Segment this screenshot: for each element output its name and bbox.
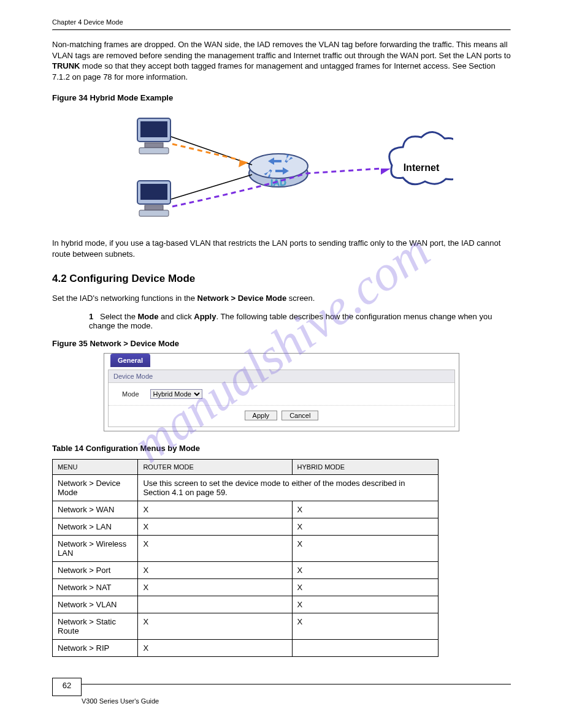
cell-hybrid: X xyxy=(292,501,438,518)
cell-hybrid: X xyxy=(292,518,438,535)
cell-router: X xyxy=(138,501,292,518)
section-intro: Set the IAD's networking functions in th… xyxy=(52,293,511,304)
tab-row: General xyxy=(104,354,459,370)
th-hybrid: HYBRID MODE xyxy=(292,459,438,474)
cell-menu: Network > Wireless LAN xyxy=(53,535,138,561)
section-intro-bold: Network > Device Mode xyxy=(197,294,287,303)
svg-rect-2 xyxy=(145,143,163,148)
chapter-header: Chapter 4 Device Mode xyxy=(52,18,511,26)
cancel-button[interactable]: Cancel xyxy=(282,411,318,420)
cell-menu: Network > Port xyxy=(53,561,138,578)
cell-router: X xyxy=(138,613,292,639)
table-row: Network > VLAN X xyxy=(53,596,439,613)
cell-menu: Network > LAN xyxy=(53,518,138,535)
table-row: Network > Device Mode Use this screen to… xyxy=(53,474,439,501)
cell-menu: Network > VLAN xyxy=(53,596,138,613)
table-row: Network > WAN X X xyxy=(53,501,439,518)
step-1-text-b: and click xyxy=(158,312,194,321)
figure-34-diagram: IAD Internet xyxy=(110,107,453,230)
table-row: Network > LAN X X xyxy=(53,518,439,535)
section-intro-a: Set the IAD's networking functions in th… xyxy=(52,294,197,303)
section-4-2-heading: 4.2 Configuring Device Mode xyxy=(52,273,511,285)
table-row: Network > Port X X xyxy=(53,561,439,578)
panel-header: Device Mode xyxy=(109,370,454,383)
cell-router-desc: Use this screen to set the device mode t… xyxy=(138,474,439,501)
mode-label: Mode xyxy=(122,390,139,398)
mode-form-row: Mode Hybrid Mode xyxy=(109,383,454,406)
cell-menu: Network > NAT xyxy=(53,578,138,596)
intro-text-a: Non-matching frames are dropped. On the … xyxy=(52,40,511,60)
cell-hybrid: X xyxy=(292,578,438,596)
table-row: Network > NAT X X xyxy=(53,578,439,596)
cell-router xyxy=(138,596,292,613)
svg-marker-11 xyxy=(239,160,248,167)
apply-button[interactable]: Apply xyxy=(245,411,278,420)
cell-router: X xyxy=(138,518,292,535)
cell-menu: Network > RIP xyxy=(53,639,138,656)
svg-rect-7 xyxy=(139,210,169,216)
watermark-text: manualshive.com xyxy=(123,222,440,474)
device-mode-screenshot: General Device Mode Mode Hybrid Mode App… xyxy=(104,353,459,431)
step-1-bold-mode: Mode xyxy=(138,312,159,321)
svg-rect-3 xyxy=(139,148,169,154)
table-row: Network > Static Route X X xyxy=(53,613,439,639)
cell-hybrid: X xyxy=(292,561,438,578)
cell-menu: Network > WAN xyxy=(53,501,138,518)
cell-menu: Network > Device Mode xyxy=(53,474,138,501)
wire-bottom xyxy=(171,175,252,199)
intro-text-c: for more information. xyxy=(112,72,188,82)
cell-hybrid: X xyxy=(292,535,438,561)
svg-line-10 xyxy=(172,144,240,160)
intro-text-b: mode so that they accept both tagged fra… xyxy=(80,61,469,70)
arrow-orange xyxy=(172,144,248,167)
cell-menu: Network > Static Route xyxy=(53,613,138,639)
internet-cloud-icon: Internet xyxy=(389,132,453,184)
section-intro-b: screen. xyxy=(286,294,315,303)
pc-bottom-icon xyxy=(137,181,170,216)
intro-paragraph: Non-matching frames are dropped. On the … xyxy=(52,39,511,82)
tab-general[interactable]: General xyxy=(110,354,150,367)
step-1-row: 1 Select the Mode and click Apply. The f… xyxy=(89,312,511,330)
mode-table: MENU ROUTER MODE HYBRID MODE Network > D… xyxy=(52,459,439,657)
router-icon: IAD xyxy=(249,154,308,188)
step-1-bold-apply: Apply xyxy=(194,312,216,321)
hybrid-mode-note: In hybrid mode, if you use a tag-based V… xyxy=(52,238,511,259)
cell-router: X xyxy=(138,561,292,578)
step-1-text-a: Select the xyxy=(100,312,137,321)
footer-text: V300 Series User's Guide xyxy=(82,697,511,705)
svg-marker-12 xyxy=(381,169,391,175)
cell-router: X xyxy=(138,578,292,596)
cell-router: X xyxy=(138,535,292,561)
pc-top-icon xyxy=(137,118,170,154)
th-router: ROUTER MODE xyxy=(138,459,292,474)
intro-bold-trunk: TRUNK xyxy=(52,61,80,70)
svg-rect-1 xyxy=(140,121,167,137)
cell-router: X xyxy=(138,639,292,656)
svg-rect-5 xyxy=(140,184,167,200)
page-number: 62 xyxy=(52,678,82,696)
internet-label: Internet xyxy=(404,162,440,173)
table-row: Network > Wireless LAN X X xyxy=(53,535,439,561)
table-row: Network > RIP X xyxy=(53,639,439,656)
footer: 62 xyxy=(52,678,511,696)
cell-hybrid: X xyxy=(292,613,438,639)
cell-hybrid: X xyxy=(292,596,438,613)
mode-select[interactable]: Hybrid Mode xyxy=(150,389,202,399)
figure-35-caption: Figure 35 Network > Device Mode xyxy=(52,339,511,348)
cell-hybrid xyxy=(292,639,438,656)
svg-rect-6 xyxy=(145,205,163,210)
figure-34-caption: Figure 34 Hybrid Mode Example xyxy=(52,93,511,102)
table-14-caption: Table 14 Configuration Menus by Mode xyxy=(52,444,511,453)
th-menu: MENU xyxy=(53,459,138,474)
header-rule xyxy=(52,29,511,31)
step-1-number: 1 xyxy=(89,312,93,321)
